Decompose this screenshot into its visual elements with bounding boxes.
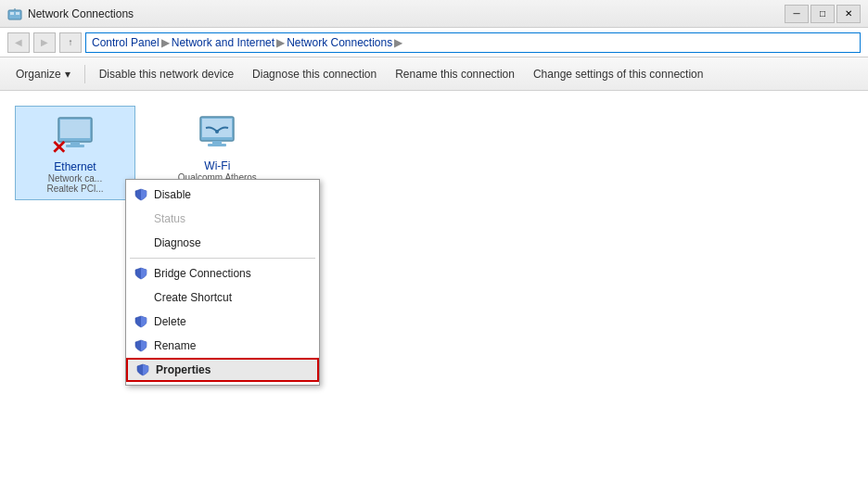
menu-item-shortcut[interactable]: Create Shortcut	[126, 286, 319, 310]
wifi-icon	[195, 111, 239, 156]
wifi-name: Wi-Fi	[204, 159, 230, 172]
menu-separator-1	[130, 258, 315, 259]
address-path[interactable]: Control Panel ▶ Network and Internet ▶ N…	[85, 32, 861, 53]
disable-button[interactable]: Disable this network device	[91, 61, 242, 87]
shortcut-empty-icon	[134, 290, 148, 305]
change-settings-button[interactable]: Change settings of this connection	[525, 61, 711, 87]
context-menu: Disable Status Diagnose Bridge Connecti	[125, 179, 320, 386]
window-title: Network Connections	[28, 7, 134, 20]
ethernet-driver: Realtek PCl...	[46, 184, 103, 194]
svg-rect-7	[66, 145, 84, 147]
file-area[interactable]: ✕ Ethernet Network ca... Realtek PCl...	[0, 91, 868, 495]
up-button[interactable]: ↑	[59, 32, 82, 53]
menu-item-bridge[interactable]: Bridge Connections	[126, 261, 319, 286]
wifi-icon-wrapper	[195, 111, 239, 156]
properties-shield-icon	[135, 362, 150, 377]
toolbar-separator-1	[84, 65, 85, 83]
forward-button[interactable]: ▶	[33, 32, 56, 53]
diagnose-button[interactable]: Diagnose this connection	[244, 61, 385, 87]
svg-rect-12	[208, 144, 226, 146]
svg-point-10	[215, 130, 219, 133]
diagnose-empty-icon	[134, 235, 148, 250]
svg-rect-1	[10, 12, 14, 15]
main-content: ✕ Ethernet Network ca... Realtek PCl...	[0, 91, 868, 495]
path-control-panel[interactable]: Control Panel	[92, 36, 160, 49]
menu-item-rename[interactable]: Rename	[126, 334, 319, 358]
menu-item-disable[interactable]: Disable	[126, 183, 319, 207]
menu-item-diagnose[interactable]: Diagnose	[126, 231, 319, 255]
back-button[interactable]: ◀	[7, 32, 30, 53]
disabled-mark: ✕	[51, 138, 67, 157]
window-icon	[7, 6, 22, 21]
path-network-internet[interactable]: Network and Internet	[172, 36, 274, 49]
svg-rect-5	[60, 120, 90, 138]
disable-shield-icon	[134, 187, 148, 202]
status-empty-icon	[134, 211, 148, 226]
svg-rect-2	[16, 12, 19, 15]
maximize-button[interactable]: □	[811, 5, 835, 23]
rename-button[interactable]: Rename this connection	[387, 61, 523, 87]
menu-item-status: Status	[126, 207, 319, 231]
ethernet-icon-wrapper: ✕	[53, 112, 97, 157]
menu-item-delete[interactable]: Delete	[126, 310, 319, 334]
ethernet-type: Network ca...	[48, 173, 102, 184]
address-bar: ◀ ▶ ↑ Control Panel ▶ Network and Intern…	[0, 28, 868, 57]
ethernet-connection[interactable]: ✕ Ethernet Network ca... Realtek PCl...	[15, 106, 135, 200]
close-button[interactable]: ✕	[836, 5, 861, 23]
ethernet-name: Ethernet	[54, 160, 96, 173]
title-bar: Network Connections ─ □ ✕	[0, 0, 868, 28]
bridge-shield-icon	[134, 266, 148, 281]
delete-shield-icon	[134, 314, 148, 329]
path-network-connections[interactable]: Network Connections	[287, 36, 392, 49]
menu-item-properties[interactable]: Properties	[126, 358, 319, 382]
minimize-button[interactable]: ─	[785, 5, 809, 23]
title-bar-controls: ─ □ ✕	[785, 5, 861, 23]
organize-button[interactable]: Organize ▾	[7, 61, 79, 87]
toolbar: Organize ▾ Disable this network device D…	[0, 57, 868, 91]
rename-shield-icon	[134, 338, 148, 353]
